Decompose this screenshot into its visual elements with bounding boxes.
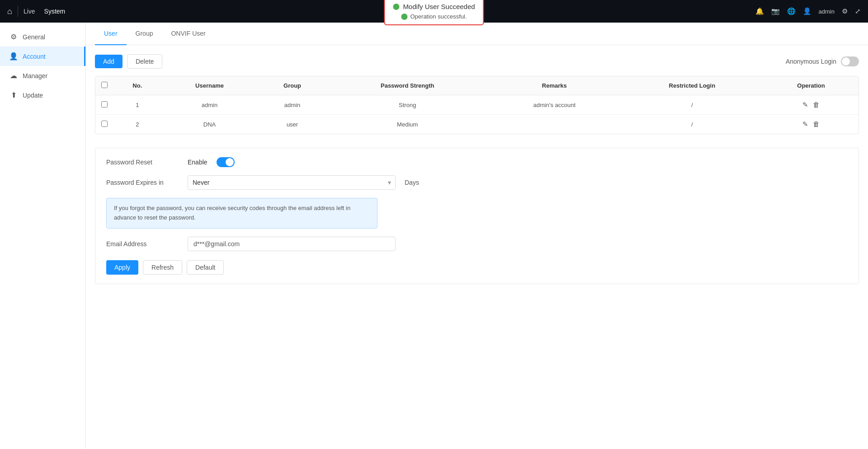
toggle-thumb [842,57,850,65]
email-row: Email Address [106,237,848,251]
toolbar: Add Delete Anonymous Login [95,54,859,69]
row2-restricted: / [621,115,764,134]
notify-title: Modify User Succeeded [393,3,475,10]
days-label: Days [405,179,419,186]
user-icon[interactable]: 👤 [803,7,811,15]
header-checkbox-cell [95,76,113,95]
success-dot-2 [401,14,407,20]
col-strength: Password Strength [327,76,488,95]
col-remarks: Remarks [488,76,621,95]
pw-info-text: If you forgot the password, you can rece… [114,205,350,221]
anonymous-login-section: Anonymous Login [786,56,859,66]
pw-expires-row: Password Expires in Never ▾ Days [106,175,848,190]
row2-username: DNA [161,115,258,134]
globe-icon[interactable]: 🌐 [787,7,796,15]
row2-no: 2 [113,115,161,134]
sidebar-label-manager: Manager [23,72,47,80]
row1-delete-icon[interactable]: 🗑 [813,101,820,109]
bottom-buttons: Apply Refresh Default [106,260,848,275]
expires-select-wrap: Never ▾ [188,175,396,190]
delete-button[interactable]: Delete [127,54,162,69]
layout: ⚙ General 👤 Account ☁ Manager ⬆ Update U… [0,23,868,449]
sidebar-label-general: General [23,33,45,41]
sidebar-item-account[interactable]: 👤 Account [0,47,85,66]
notify-subtitle: Operation successful. [393,13,475,20]
row2-strength: Medium [327,115,488,134]
sidebar-label-update: Update [23,92,43,99]
admin-label: admin [819,8,835,15]
expand-icon[interactable]: ⤢ [855,7,861,15]
nav-system[interactable]: System [44,8,66,15]
sidebar-label-account: Account [23,53,46,60]
nav-live[interactable]: Live [24,8,35,15]
gear-icon: ⚙ [9,33,18,41]
sidebar-item-manager[interactable]: ☁ Manager [0,66,85,85]
email-label: Email Address [106,240,179,248]
row1-username: admin [161,95,258,115]
default-button[interactable]: Default [187,260,224,275]
table-row: 2 DNA user Medium / ✎ 🗑 [95,115,859,134]
users-table: No. Username Group Password Strength Rem… [95,76,859,134]
divider [18,6,18,17]
row2-remarks [488,115,621,134]
main-content: User Group ONVIF User Add Delete Anonymo… [86,23,868,449]
col-group: Group [258,76,326,95]
row1-remarks: admin's account [488,95,621,115]
topbar: ⌂ Live System Modify User Succeeded Oper… [0,0,868,23]
tab-user[interactable]: User [95,23,127,45]
home-icon[interactable]: ⌂ [7,7,12,16]
tab-content: Add Delete Anonymous Login [86,45,868,293]
col-no: No. [113,76,161,95]
row2-op-icons: ✎ 🗑 [768,120,854,128]
tabs-bar: User Group ONVIF User [86,23,868,45]
sidebar-item-update[interactable]: ⬆ Update [0,85,85,105]
cloud-icon: ☁ [9,71,18,80]
add-button[interactable]: Add [95,55,123,68]
row1-no: 1 [113,95,161,115]
pw-expires-label: Password Expires in [106,179,179,186]
sidebar: ⚙ General 👤 Account ☁ Manager ⬆ Update [0,23,86,449]
enable-label: Enable [188,159,208,166]
row2-group: user [258,115,326,134]
col-operation: Operation [764,76,859,95]
anonymous-login-label: Anonymous Login [786,58,836,65]
row2-delete-icon[interactable]: 🗑 [813,120,820,128]
topbar-right: 🔔 📷 🌐 👤 admin ⚙ ⤢ [755,7,861,15]
row2-ops: ✎ 🗑 [764,115,859,134]
row1-checkbox[interactable] [101,101,108,108]
row2-checkbox-cell [95,115,113,134]
camera-icon[interactable]: 📷 [771,7,780,15]
row1-restricted: / [621,95,764,115]
sidebar-item-general[interactable]: ⚙ General [0,27,85,47]
gear-icon[interactable]: ⚙ [842,7,848,15]
table-header-row: No. Username Group Password Strength Rem… [95,76,859,95]
row1-group: admin [258,95,326,115]
pw-info-box: If you forgot the password, you can rece… [106,198,377,229]
row1-checkbox-cell [95,95,113,115]
users-table-inner: No. Username Group Password Strength Rem… [95,76,859,134]
user-icon: 👤 [9,52,18,61]
notify-sub-text: Operation successful. [410,13,467,20]
pw-reset-row: Password Reset Enable [106,157,848,167]
password-section: Password Reset Enable Password Expires i… [95,148,859,284]
notify-popup-container: Modify User Succeeded Operation successf… [384,0,484,25]
row1-strength: Strong [327,95,488,115]
row2-edit-icon[interactable]: ✎ [802,120,808,128]
refresh-button[interactable]: Refresh [143,260,182,275]
expires-select[interactable]: Never [188,175,396,190]
row1-op-icons: ✎ 🗑 [768,101,854,109]
email-input[interactable] [188,237,396,251]
apply-button[interactable]: Apply [106,260,138,275]
table-row: 1 admin admin Strong admin's account / ✎… [95,95,859,115]
tab-group[interactable]: Group [127,23,162,45]
row1-edit-icon[interactable]: ✎ [802,101,808,109]
select-all-checkbox[interactable] [101,82,108,88]
col-restricted: Restricted Login [621,76,764,95]
row2-checkbox[interactable] [101,121,108,127]
col-username: Username [161,76,258,95]
bell-icon[interactable]: 🔔 [755,7,764,15]
anonymous-login-toggle[interactable] [841,56,859,66]
tab-onvif[interactable]: ONVIF User [162,23,214,45]
pw-reset-toggle[interactable] [217,157,235,167]
row1-ops: ✎ 🗑 [764,95,859,115]
